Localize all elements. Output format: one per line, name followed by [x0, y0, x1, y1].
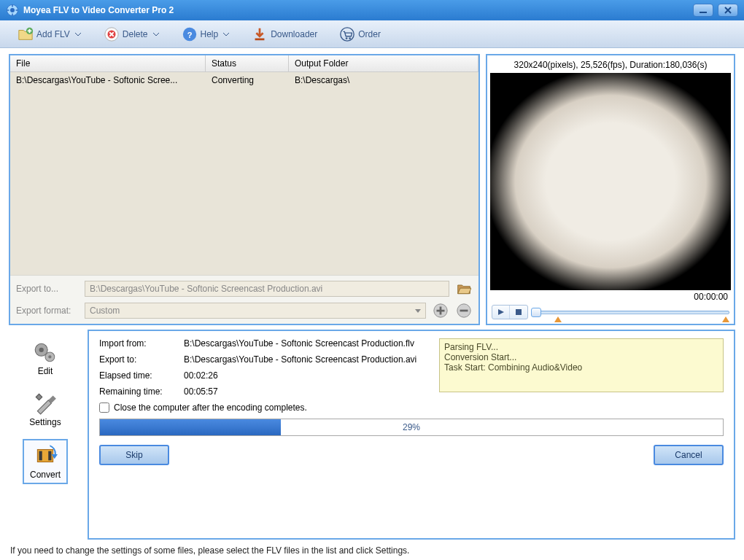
remove-format-button[interactable] — [455, 302, 473, 319]
cell-output: B:\Descargas\ — [289, 74, 478, 87]
elapsed-time-label: Elapsed time: — [99, 370, 181, 381]
table-row[interactable]: B:\Descargas\YouTube - Softonic Scree...… — [10, 72, 478, 88]
titlebar: Moyea FLV to Video Converter Pro 2 — [0, 0, 744, 20]
preview-info: 320x240(pixels), 25,526(fps), Duration:1… — [490, 58, 731, 73]
file-list[interactable]: File Status Output Folder B:\Descargas\Y… — [10, 55, 478, 275]
log-line: Parsing FLV... — [444, 342, 718, 352]
chevron-down-icon — [74, 31, 82, 38]
svg-rect-19 — [39, 451, 42, 461]
cancel-button[interactable]: Cancel — [654, 445, 724, 465]
svg-point-15 — [39, 348, 44, 352]
order-button[interactable]: Order — [335, 24, 385, 44]
import-from-label: Import from: — [99, 338, 181, 349]
file-list-header: File Status Output Folder — [10, 55, 478, 72]
folder-plus-icon — [18, 26, 34, 42]
tool-column: Edit Settings Convert — [9, 330, 82, 540]
tools-icon — [33, 391, 58, 416]
cell-status: Converting — [206, 74, 289, 87]
progress-text: 29% — [100, 419, 723, 435]
import-from-value: B:\Descargas\YouTube - Softonic Screenca… — [184, 338, 426, 349]
svg-rect-13 — [516, 309, 522, 315]
export-format-select[interactable]: Custom — [85, 303, 426, 319]
export-to-label: Export to... — [16, 284, 79, 294]
progress-panel: Import from: B:\Descargas\YouTube - Soft… — [88, 330, 735, 540]
browse-button[interactable] — [455, 280, 473, 298]
add-flv-button[interactable]: Add FLV — [13, 24, 86, 44]
close-computer-label: Close the computer after the encoding co… — [114, 402, 307, 413]
range-start-marker[interactable] — [554, 316, 562, 322]
svg-rect-2 — [700, 12, 707, 13]
export-to-info-value: B:\Descargas\YouTube - Softonic Screenca… — [184, 354, 426, 365]
log-line: Conversion Start... — [444, 352, 718, 362]
svg-text:?: ? — [187, 30, 192, 39]
header-output[interactable]: Output Folder — [289, 55, 478, 71]
settings-label: Settings — [29, 417, 61, 427]
elapsed-time-value: 00:02:26 — [184, 370, 426, 381]
cell-file: B:\Descargas\YouTube - Softonic Scree... — [10, 74, 206, 87]
remaining-time-label: Remaining time: — [99, 386, 181, 397]
app-icon — [6, 4, 19, 17]
slider-thumb[interactable] — [531, 308, 541, 317]
range-end-marker[interactable] — [722, 316, 729, 322]
stop-button[interactable] — [510, 306, 527, 319]
add-format-button[interactable] — [432, 302, 449, 319]
log-box: Parsing FLV... Conversion Start... Task … — [439, 338, 724, 392]
progress-bar: 29% — [99, 419, 724, 436]
video-frame — [490, 73, 731, 290]
convert-label: Convert — [30, 470, 61, 480]
chevron-down-icon — [415, 309, 421, 313]
preview-panel: 320x240(pixels), 25,526(fps), Duration:1… — [486, 54, 735, 325]
add-flv-label: Add FLV — [36, 29, 70, 39]
edit-tool[interactable]: Edit — [27, 337, 63, 379]
downloader-button[interactable]: Downloader — [247, 24, 322, 44]
window-title: Moyea FLV to Video Converter Pro 2 — [23, 5, 693, 15]
delete-label: Delete — [123, 29, 148, 39]
log-line: Task Start: Combining Audio&Video — [444, 362, 718, 373]
header-file[interactable]: File — [10, 55, 206, 71]
cart-icon — [339, 26, 355, 42]
delete-button[interactable]: Delete — [99, 24, 164, 44]
order-label: Order — [358, 29, 381, 39]
export-to-info-label: Export to: — [99, 354, 181, 365]
chevron-down-icon — [222, 31, 230, 38]
svg-point-10 — [349, 37, 352, 39]
help-icon: ? — [182, 26, 198, 42]
svg-point-9 — [346, 37, 348, 39]
export-to-field[interactable]: B:\Descargas\YouTube - Softonic Screenca… — [85, 281, 449, 297]
play-button[interactable] — [492, 306, 510, 319]
settings-tool[interactable]: Settings — [23, 388, 66, 430]
convert-tool[interactable]: Convert — [23, 439, 68, 484]
downloader-label: Downloader — [271, 29, 317, 39]
file-list-panel: File Status Output Folder B:\Descargas\Y… — [9, 54, 480, 325]
delete-icon — [104, 26, 120, 42]
gears-icon — [33, 340, 58, 365]
skip-button[interactable]: Skip — [99, 445, 169, 465]
svg-rect-20 — [48, 451, 51, 461]
statusbar: If you need to change the settings of so… — [0, 542, 744, 560]
help-button[interactable]: ? Help — [177, 24, 235, 44]
close-computer-checkbox[interactable] — [99, 402, 109, 413]
svg-point-1 — [10, 8, 15, 12]
chevron-down-icon — [152, 31, 160, 38]
minimize-button[interactable] — [693, 4, 713, 17]
slider-track — [531, 311, 729, 314]
header-status[interactable]: Status — [206, 55, 289, 71]
edit-label: Edit — [38, 366, 53, 376]
download-icon — [252, 26, 268, 42]
export-format-label: Export format: — [16, 306, 79, 316]
remaining-time-value: 00:05:57 — [184, 386, 426, 397]
toolbar: Add FLV Delete ? Help Downloader Order — [0, 20, 744, 48]
close-button[interactable] — [718, 4, 738, 17]
svg-point-17 — [48, 355, 51, 358]
preview-display[interactable] — [490, 73, 731, 290]
help-label: Help — [201, 29, 219, 39]
preview-time: 00:00:00 — [490, 290, 731, 303]
convert-icon — [33, 443, 58, 468]
